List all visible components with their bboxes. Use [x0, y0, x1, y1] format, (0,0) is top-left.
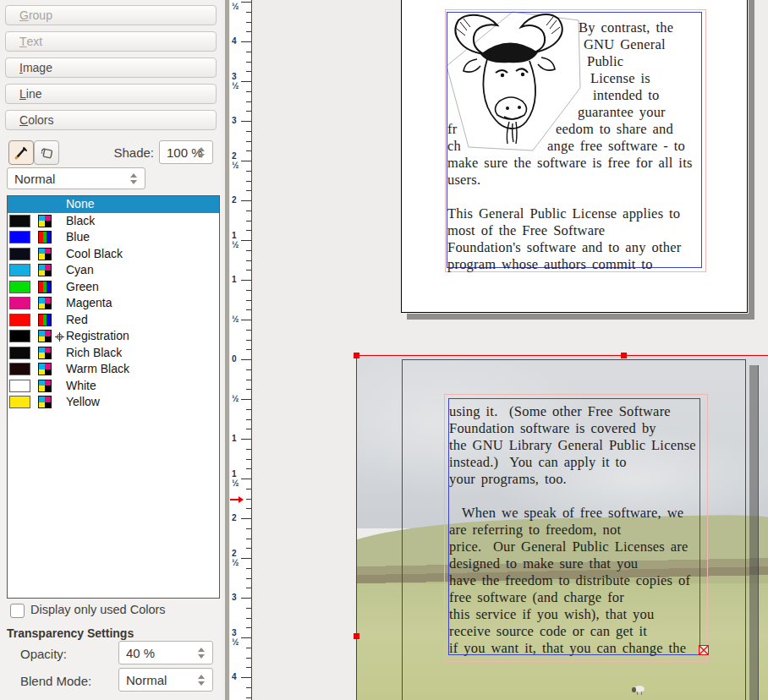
rgb-icon: [38, 314, 52, 326]
splitter-handle[interactable]: [225, 0, 229, 700]
edit-fill-color-button[interactable]: [34, 140, 59, 165]
spin-down-icon[interactable]: [198, 154, 205, 158]
color-row-cyan[interactable]: Cyan: [8, 262, 219, 279]
ruler-label: 2½: [232, 549, 245, 567]
color-swatch: [9, 330, 30, 342]
ruler-tick: [246, 340, 251, 341]
ruler-tick: [246, 62, 251, 63]
ruler-tick: [246, 260, 251, 261]
color-row-yellow[interactable]: Yellow: [8, 394, 219, 411]
stepper-up-icon[interactable]: [198, 675, 205, 679]
vertical-ruler[interactable]: 4½43½32½21½1½0½11½22½33½4: [230, 0, 252, 700]
ruler-label: 2: [232, 513, 245, 522]
colors-list[interactable]: NoneBlackBlueCool BlackCyanGreenMagentaR…: [7, 195, 220, 599]
color-name: Black: [66, 214, 95, 227]
color-swatch: [9, 215, 30, 227]
ruler-label: ½: [232, 394, 245, 403]
ruler-tick: [246, 150, 251, 151]
cmyk-icon: [38, 248, 52, 260]
color-row-cool-black[interactable]: Cool Black: [8, 246, 219, 263]
color-row-none[interactable]: None: [8, 196, 219, 213]
color-row-black[interactable]: Black: [8, 213, 219, 230]
spin-up-icon[interactable]: [198, 147, 205, 151]
blend-mode-dropdown[interactable]: Normal: [118, 668, 213, 692]
selection-handle-left-middle[interactable]: [354, 633, 359, 639]
ruler-label: 0: [232, 354, 245, 364]
shade-label: Shade:: [100, 145, 154, 160]
stepper-down-icon[interactable]: [130, 180, 137, 184]
text-line: ch: [447, 138, 461, 155]
color-swatch: [9, 248, 30, 260]
selection-handle-top-middle[interactable]: [621, 353, 627, 358]
color-swatch: [9, 380, 30, 392]
color-row-blue[interactable]: Blue: [8, 229, 219, 246]
color-row-rich-black[interactable]: Rich Black: [8, 345, 219, 362]
section-header-image[interactable]: Image: [5, 57, 217, 78]
registration-icon: [55, 331, 64, 344]
color-name: Rich Black: [66, 346, 122, 359]
section-header-line[interactable]: Line: [5, 84, 217, 104]
ruler-tick: [246, 380, 251, 380]
cmyk-icon: [38, 363, 52, 375]
cmyk-icon: [38, 380, 52, 392]
opacity-label: Opacity:: [20, 647, 67, 661]
color-row-red[interactable]: Red: [8, 312, 219, 329]
panel-splitter[interactable]: [222, 0, 230, 700]
text-line: users.: [447, 172, 480, 189]
text-overflow-icon[interactable]: [699, 645, 709, 655]
ruler-label: 3: [232, 116, 245, 125]
color-name: Magenta: [66, 296, 112, 309]
color-name: Registration: [66, 329, 129, 342]
ruler-tick: [246, 667, 251, 668]
blend-mode-top-value: Normal: [14, 172, 55, 186]
color-swatch: [9, 396, 30, 408]
spin-up-icon[interactable]: [198, 648, 205, 652]
ruler-marker-arrow-icon: [239, 496, 244, 503]
text-line: When we speak of free software, we: [462, 505, 683, 522]
spin-down-icon[interactable]: [198, 654, 205, 659]
opacity-spinner[interactable]: 40 %: [118, 641, 213, 664]
ruler-label: 1½: [232, 469, 245, 488]
ruler-tick: [246, 290, 251, 291]
text-line: your programs, too.: [449, 471, 567, 488]
cmyk-icon: [38, 330, 52, 342]
text-line: ange free software - to: [547, 138, 685, 155]
text-line: instead.) You can apply it to: [449, 454, 627, 471]
shade-spinner[interactable]: 100 %: [159, 140, 213, 164]
color-name: Yellow: [66, 395, 100, 408]
document-canvas[interactable]: By contrast, theGNU GeneralPublicLicense…: [252, 0, 768, 700]
text-line: using it. (Some other Free Software: [449, 403, 671, 420]
color-swatch: [9, 297, 30, 309]
blend-mode-top-dropdown[interactable]: Normal: [7, 167, 145, 189]
color-row-registration[interactable]: Registration: [8, 328, 219, 345]
text-line: designed to make sure that you: [449, 555, 638, 572]
ruler-tick: [246, 12, 251, 13]
text-line: GNU General: [584, 36, 666, 53]
color-row-green[interactable]: Green: [8, 279, 219, 296]
text-line: the GNU Library General Public License: [449, 437, 696, 454]
cmyk-icon: [38, 297, 52, 309]
color-swatch: [9, 281, 30, 293]
color-row-magenta[interactable]: Magenta: [8, 295, 219, 312]
shade-spin-buttons[interactable]: [198, 141, 208, 163]
stepper-up-icon[interactable]: [130, 173, 137, 178]
ruler-tick: [246, 449, 251, 450]
ruler-tick: [246, 181, 251, 182]
text-line: guarantee your: [578, 104, 666, 121]
ruler-tick: [246, 648, 251, 648]
color-row-warm-black[interactable]: Warm Black: [8, 361, 219, 378]
stepper-down-icon[interactable]: [198, 681, 205, 686]
edit-line-color-button[interactable]: [8, 140, 34, 165]
ruler-tick: [246, 528, 251, 529]
selection-handle-top-left[interactable]: [354, 353, 359, 358]
properties-panel: GroupTextImageLineColors Shade: 100 %: [0, 0, 222, 700]
ruler-tick: [246, 539, 251, 539]
color-row-white[interactable]: White: [8, 378, 219, 395]
dropdown-stepper-icon[interactable]: [130, 168, 140, 189]
text-line: fr: [447, 121, 457, 138]
ruler-label: 2½: [232, 151, 245, 170]
ruler-tick: [246, 31, 251, 32]
ruler-tick: [246, 91, 251, 92]
section-header-colors[interactable]: Colors: [5, 110, 217, 130]
display-only-used-colors-checkbox[interactable]: [10, 604, 25, 618]
